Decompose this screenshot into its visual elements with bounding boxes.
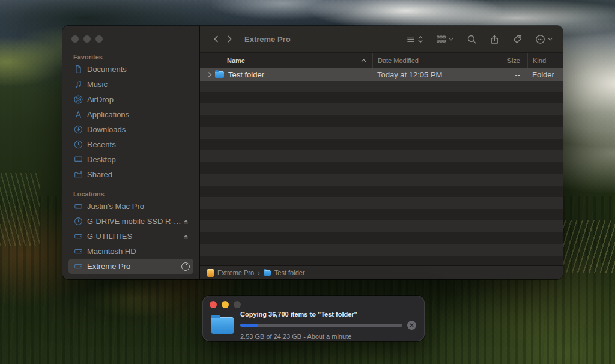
disclosure-chevron-icon[interactable]	[207, 72, 213, 77]
eject-icon[interactable]	[182, 217, 190, 225]
path-segment-label: Extreme Pro	[217, 269, 254, 276]
sidebar-item-downloads[interactable]: Downloads	[68, 122, 193, 137]
file-row-test-folder[interactable]: Test folder Today at 12:05 PM -- Folder	[200, 68, 563, 81]
document-icon	[73, 65, 83, 74]
list-header: Name Date Modified Size Kind	[200, 53, 563, 68]
path-segment-extreme-pro[interactable]: Extreme Pro	[207, 269, 254, 277]
minimize-button[interactable]	[222, 301, 229, 308]
progress-bar-fill	[240, 324, 258, 327]
sidebar-item-label: Shared	[87, 170, 112, 179]
column-label: Name	[227, 57, 245, 64]
orange-drive-icon	[207, 269, 214, 277]
sidebar-item-g-drive[interactable]: G-DRIVE mobile SSD R-Seri…	[68, 214, 193, 229]
external-drive-icon	[73, 262, 83, 271]
sidebar-item-label: Downloads	[87, 125, 126, 134]
group-grid-icon	[436, 34, 446, 44]
sidebar-item-applications[interactable]: Applications	[68, 107, 193, 122]
window-controls	[71, 35, 103, 43]
view-options-control[interactable]	[405, 34, 423, 44]
wallpaper-vineyard-left	[0, 173, 40, 246]
list-view-icon	[405, 34, 416, 44]
sidebar-item-recents[interactable]: Recents	[68, 137, 193, 152]
finder-content: Extreme Pro	[200, 26, 563, 279]
share-icon	[489, 34, 500, 44]
sidebar-item-label: G-DRIVE mobile SSD R-Seri…	[87, 217, 182, 226]
sidebar-item-extreme-pro[interactable]: Extreme Pro	[68, 259, 193, 274]
file-name: Test folder	[228, 70, 264, 79]
sidebar-item-airdrop[interactable]: AirDrop	[68, 92, 193, 107]
copy-title: Copying 36,700 items to "Test folder"	[240, 311, 416, 318]
file-size: --	[515, 70, 520, 79]
computer-icon	[73, 202, 83, 211]
close-button[interactable]	[71, 35, 79, 43]
applications-icon	[73, 110, 83, 120]
search-button[interactable]	[467, 34, 477, 44]
desktop-icon	[73, 155, 83, 165]
sidebar-item-label: Recents	[87, 140, 116, 149]
file-kind: Folder	[532, 70, 554, 79]
internal-drive-icon	[73, 247, 83, 256]
sidebar-item-label: Macintosh HD	[87, 247, 136, 256]
file-date-modified: Today at 12:05 PM	[377, 70, 442, 79]
eject-icon[interactable]	[182, 232, 190, 240]
group-by-control[interactable]	[436, 34, 454, 44]
column-header-name[interactable]: Name	[200, 53, 372, 68]
sidebar-item-music[interactable]: Music	[68, 77, 193, 92]
sidebar-item-label: Desktop	[87, 155, 116, 164]
path-segment-label: Test folder	[274, 269, 305, 276]
sidebar-item-macintosh-hd[interactable]: Macintosh HD	[68, 244, 193, 259]
finder-window: Favorites Documents Music AirDrop Applic…	[62, 26, 563, 279]
column-label: Size	[507, 57, 520, 64]
folder-icon	[264, 270, 271, 276]
close-button[interactable]	[210, 301, 217, 308]
copy-status: 2.53 GB of 24.23 GB - About a minute	[240, 333, 416, 340]
back-button[interactable]	[210, 32, 223, 46]
column-header-size[interactable]: Size	[470, 53, 527, 68]
sidebar-item-documents[interactable]: Documents	[68, 62, 193, 77]
view-sort-chevrons-icon	[417, 35, 423, 44]
stop-copy-button[interactable]	[407, 321, 416, 330]
sidebar-item-label: AirDrop	[87, 95, 114, 104]
stop-x-icon	[409, 323, 414, 328]
sidebar-item-label: G-UTILITIES	[87, 232, 132, 241]
music-note-icon	[73, 80, 83, 89]
sidebar-item-label: Documents	[87, 65, 127, 74]
wallpaper-vineyard-right	[554, 220, 615, 273]
disk-activity-progress-icon	[181, 262, 190, 271]
dialog-window-controls	[202, 296, 425, 308]
zoom-button-disabled	[234, 301, 241, 308]
sidebar-item-justins-mac-pro[interactable]: Justin's Mac Pro	[68, 199, 193, 214]
column-header-date-modified[interactable]: Date Modified	[372, 53, 470, 68]
minimize-button[interactable]	[83, 35, 91, 43]
column-header-kind[interactable]: Kind	[527, 53, 563, 68]
sidebar-item-label: Extreme Pro	[87, 262, 130, 271]
window-title: Extreme Pro	[244, 35, 291, 44]
sidebar-item-label: Music	[87, 80, 108, 89]
toolbar: Extreme Pro	[200, 26, 563, 53]
path-separator: ›	[258, 269, 260, 276]
shared-folder-icon	[73, 170, 83, 180]
column-label: Kind	[533, 57, 546, 64]
zoom-button[interactable]	[95, 35, 103, 43]
folder-icon	[211, 317, 234, 334]
tag-button[interactable]	[512, 34, 523, 44]
share-button[interactable]	[489, 34, 500, 44]
more-ellipsis-icon	[535, 34, 545, 44]
sidebar-item-desktop[interactable]: Desktop	[68, 152, 193, 167]
sidebar-item-label: Applications	[87, 110, 129, 119]
forward-button[interactable]	[223, 32, 236, 46]
sidebar-item-g-utilities[interactable]: G-UTILITIES	[68, 229, 193, 244]
chevron-down-icon	[448, 36, 454, 42]
sidebar-section-locations: Locations	[68, 190, 193, 199]
more-options-control[interactable]	[535, 34, 553, 44]
path-bar: Extreme Pro › Test folder	[200, 265, 563, 279]
external-drive-icon	[73, 232, 83, 241]
sidebar: Favorites Documents Music AirDrop Applic…	[62, 26, 200, 279]
progress-bar	[240, 324, 402, 327]
sidebar-item-shared[interactable]: Shared	[68, 167, 193, 182]
file-list: Test folder Today at 12:05 PM -- Folder	[200, 68, 563, 265]
sidebar-section-favorites: Favorites	[68, 53, 193, 62]
folder-icon	[215, 71, 224, 78]
path-segment-test-folder[interactable]: Test folder	[264, 269, 305, 276]
tag-icon	[512, 34, 523, 44]
